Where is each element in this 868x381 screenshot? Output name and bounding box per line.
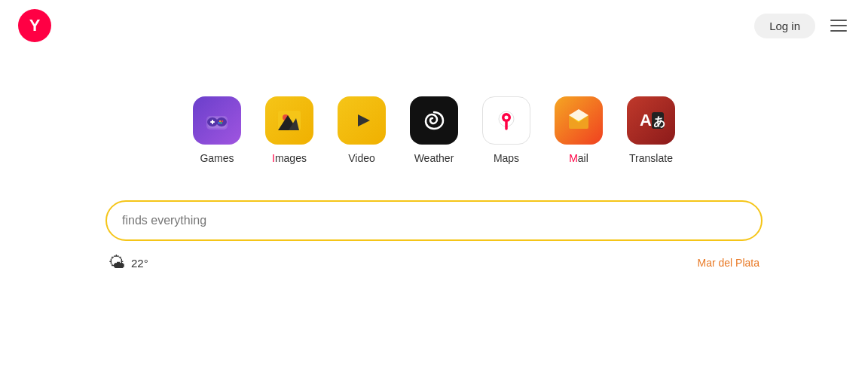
main-content: Games Images: [0, 51, 868, 273]
apps-row: Games Images: [193, 96, 675, 164]
app-item-maps[interactable]: Maps: [482, 96, 530, 164]
app-item-weather[interactable]: Weather: [410, 96, 458, 164]
weather-app-icon: [410, 96, 458, 145]
maps-label: Maps: [494, 152, 519, 164]
translate-icon: A あ: [627, 96, 675, 145]
hamburger-menu-button[interactable]: [827, 17, 850, 35]
video-icon: [338, 96, 386, 145]
translate-label: Translate: [629, 152, 673, 164]
header-right: Log in: [754, 14, 850, 38]
menu-line-3: [830, 30, 847, 32]
maps-icon: [482, 96, 530, 145]
mail-label: Mail: [569, 152, 588, 164]
app-item-video[interactable]: Video: [338, 96, 386, 164]
svg-point-8: [220, 122, 222, 123]
temperature: 22°: [131, 257, 148, 270]
svg-text:あ: あ: [653, 115, 665, 128]
games-icon: [193, 96, 241, 145]
images-icon: [265, 96, 313, 145]
search-container: [105, 200, 763, 241]
video-label: Video: [348, 152, 375, 164]
svg-point-3: [216, 117, 227, 126]
menu-line-2: [830, 25, 847, 26]
weather-bar: 🌤 22° Mar del Plata: [105, 253, 763, 273]
login-button[interactable]: Log in: [754, 14, 815, 38]
weather-location-link[interactable]: Mar del Plata: [698, 257, 760, 269]
app-item-translate[interactable]: A あ Translate: [627, 96, 675, 164]
svg-marker-14: [358, 114, 370, 126]
mail-icon: [555, 96, 603, 145]
svg-point-9: [218, 122, 219, 123]
logo-letter: Y: [29, 16, 41, 35]
images-label: Images: [272, 152, 307, 164]
yandex-logo[interactable]: Y: [18, 9, 51, 42]
svg-point-18: [505, 116, 509, 120]
svg-rect-5: [212, 120, 213, 124]
app-item-games[interactable]: Games: [193, 96, 241, 164]
sun-icon: 🌤: [108, 253, 125, 273]
svg-point-7: [222, 120, 223, 122]
weather-location-text: Mar del Plata: [698, 257, 760, 269]
images-label-rest: mages: [275, 152, 307, 164]
games-label: Games: [200, 152, 234, 164]
search-input[interactable]: [105, 200, 763, 241]
weather-info: 🌤 22°: [108, 253, 148, 273]
svg-point-6: [219, 120, 221, 122]
menu-line-1: [830, 20, 847, 21]
app-item-images[interactable]: Images: [265, 96, 313, 164]
svg-text:A: A: [640, 111, 652, 130]
header: Y Log in: [0, 0, 868, 51]
weather-app-label: Weather: [414, 152, 454, 164]
app-item-mail[interactable]: Mail: [555, 96, 603, 164]
